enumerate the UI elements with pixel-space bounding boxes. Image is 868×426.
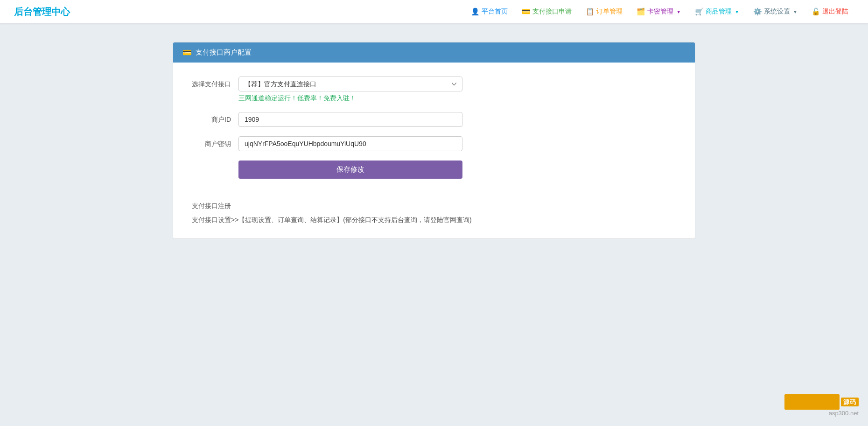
merchant-key-label: 商户密钥	[192, 136, 238, 148]
brand: 后台管理中心	[14, 6, 70, 18]
product-mgmt-dropdown-arrow: ▼	[735, 9, 739, 14]
card-header: 💳 支付接口商户配置	[173, 42, 695, 63]
nav-label-system: 系统设置	[764, 7, 790, 16]
watermark-top: ASP300源码	[784, 394, 859, 410]
navbar: 后台管理中心 👤 平台首页 💳 支付接口申请 📋 订单管理 🗂️ 卡密管理 ▼ …	[0, 0, 868, 23]
home-icon: 👤	[471, 7, 480, 16]
nav-label-logout: 退出登陆	[822, 7, 848, 16]
settings-link: 支付接口设置>>【提现设置、订单查询、结算记录】(部分接口不支持后台查询，请登陆…	[192, 216, 472, 223]
config-card: 💳 支付接口商户配置 选择支付接口 【荐】官方支付直连接口 三网通道稳定运行！低…	[173, 42, 695, 239]
register-link[interactable]: 支付接口注册	[192, 202, 676, 210]
card-title: 支付接口商户配置	[196, 48, 252, 57]
nav-item-card-mgmt[interactable]: 🗂️ 卡密管理 ▼	[631, 5, 686, 19]
select-payment-group: 选择支付接口 【荐】官方支付直连接口 三网通道稳定运行！低费率！免费入驻！	[192, 77, 676, 103]
watermark: ASP300源码 asp300.net	[784, 394, 859, 417]
nav-item-logout[interactable]: 🔓 退出登陆	[806, 5, 854, 19]
card-header-icon: 💳	[182, 48, 192, 57]
merchant-id-input[interactable]	[238, 112, 462, 127]
payment-interface-select[interactable]: 【荐】官方支付直连接口	[238, 77, 462, 91]
nav-menu: 👤 平台首页 💳 支付接口申请 📋 订单管理 🗂️ 卡密管理 ▼ 🛒 商品管理 …	[465, 5, 854, 19]
watermark-bottom: asp300.net	[784, 410, 859, 417]
logout-icon: 🔓	[812, 7, 820, 16]
product-mgmt-icon: 🛒	[695, 7, 704, 16]
nav-item-product-mgmt[interactable]: 🛒 商品管理 ▼	[689, 5, 745, 19]
nav-item-payment-apply[interactable]: 💳 支付接口申请	[516, 5, 577, 19]
nav-label-home: 平台首页	[482, 7, 508, 16]
save-button-group: 保存修改	[192, 161, 676, 179]
nav-label-card-mgmt: 卡密管理	[647, 7, 673, 16]
nav-label-payment-apply: 支付接口申请	[532, 7, 572, 16]
card-mgmt-icon: 🗂️	[637, 7, 645, 16]
orders-icon: 📋	[586, 7, 595, 16]
main-content: 💳 支付接口商户配置 选择支付接口 【荐】官方支付直连接口 三网通道稳定运行！低…	[154, 23, 714, 267]
card-body: 选择支付接口 【荐】官方支付直连接口 三网通道稳定运行！低费率！免费入驻！ 商户…	[173, 63, 695, 202]
card-mgmt-dropdown-arrow: ▼	[676, 9, 681, 14]
merchant-id-label: 商户ID	[192, 112, 238, 124]
promo-text: 三网通道稳定运行！低费率！免费入驻！	[238, 94, 462, 103]
system-dropdown-arrow: ▼	[793, 9, 798, 14]
nav-label-orders: 订单管理	[596, 7, 623, 16]
nav-item-orders[interactable]: 📋 订单管理	[580, 5, 628, 19]
select-payment-label: 选择支付接口	[192, 77, 238, 89]
merchant-key-input[interactable]	[238, 136, 462, 151]
card-footer: 支付接口注册 支付接口设置>>【提现设置、订单查询、结算记录】(部分接口不支持后…	[173, 202, 695, 238]
payment-apply-icon: 💳	[522, 7, 531, 16]
nav-label-product-mgmt: 商品管理	[706, 7, 732, 16]
merchant-key-group: 商户密钥	[192, 136, 676, 151]
merchant-id-group: 商户ID	[192, 112, 676, 127]
nav-item-system[interactable]: ⚙️ 系统设置 ▼	[748, 5, 803, 19]
save-button[interactable]: 保存修改	[238, 161, 462, 179]
nav-item-home[interactable]: 👤 平台首页	[465, 5, 513, 19]
system-icon: ⚙️	[753, 7, 762, 16]
